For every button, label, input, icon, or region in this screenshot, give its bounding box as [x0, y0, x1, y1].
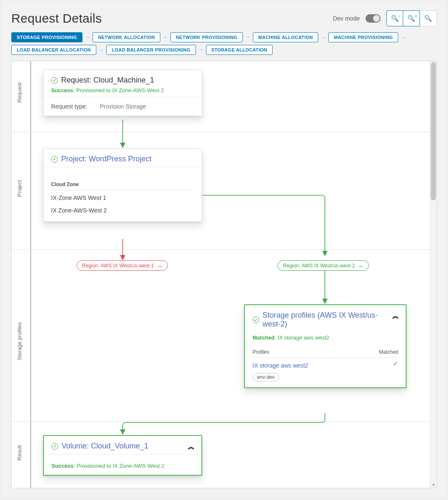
zoom-reset-button[interactable]: 🔍: [420, 10, 437, 26]
dev-mode-label: Dev mode: [333, 15, 360, 22]
project-card-title: Project: WordPress Project: [61, 155, 152, 163]
result-card-title: Volume: Cloud_Volume_1: [62, 442, 148, 451]
chevron-up-icon: ︽: [158, 262, 162, 269]
breadcrumb-separator: →: [99, 47, 104, 53]
magnifier-plus-icon: 🔍+: [407, 15, 415, 22]
page-title: Request Details: [11, 11, 102, 26]
breadcrumb-step[interactable]: NETWORK ALLOCATION: [93, 32, 160, 42]
row-label-result: Result: [16, 449, 23, 461]
project-card[interactable]: ✓ Project: WordPress Project Cloud Zone …: [43, 148, 202, 222]
col-profiles: Profiles: [252, 349, 269, 355]
region-pill-label: Region: AWS IX West/us-west-1: [82, 263, 154, 269]
breadcrumb-separator: →: [245, 34, 250, 40]
cloud-zone-item: IX-Zone AWS West 1: [51, 190, 194, 203]
breadcrumb-separator: →: [401, 34, 406, 40]
matched-pre: Matched: [252, 334, 275, 341]
magnifier-minus-icon: 🔍−: [391, 15, 399, 22]
profile-name: IX storage aws west2: [252, 358, 308, 369]
breadcrumb-step[interactable]: LOAD BALANCER ALLOCATION: [11, 45, 96, 55]
matched-value: IX storage aws west2: [278, 334, 330, 341]
vertical-scrollbar[interactable]: ▾: [430, 61, 436, 488]
breadcrumb-step[interactable]: MACHINE ALLOCATION: [253, 32, 319, 42]
breadcrumb-separator: →: [163, 34, 168, 40]
storage-profiles-card[interactable]: ︽ ✓ Storage profiles (AWS IX West/us-wes…: [244, 304, 407, 388]
breadcrumb-step[interactable]: MACHINE PROVISIONING: [328, 32, 398, 42]
zoom-out-button[interactable]: 🔍−: [386, 10, 403, 26]
breadcrumb-separator: →: [321, 34, 326, 40]
row-label-request: Request: [16, 91, 23, 103]
request-card[interactable]: ✓ Request: Cloud_Machine_1 Success: Prov…: [43, 70, 202, 116]
check-circle-icon: ✓: [51, 77, 58, 84]
breadcrumb-separator: →: [85, 34, 90, 40]
breadcrumb-step[interactable]: NETWORK PROVISIONING: [170, 32, 243, 42]
scroll-down-icon[interactable]: ▾: [431, 483, 435, 487]
request-type-label: Request type:: [51, 103, 87, 110]
cloud-zone-header: Cloud Zone: [51, 181, 194, 190]
result-status-pre: Success: [51, 463, 74, 469]
result-status-msg: Provisioned to IX Zone-AWS-West 2: [77, 463, 165, 469]
row-label-profiles: Storage profiles: [16, 349, 23, 360]
breadcrumb-step[interactable]: STORAGE PROVISIONING: [11, 32, 82, 42]
region-pill-label: Region: AWS IX West/us-west-2: [283, 263, 355, 269]
scrollbar-thumb[interactable]: [431, 62, 436, 200]
request-card-title: Request: Cloud_Machine_1: [61, 76, 154, 85]
request-status-msg: Provisioned to IX Zone-AWS-West 2: [76, 87, 164, 93]
row-label-project: Project: [16, 185, 23, 197]
request-status-pre: Success: [51, 87, 73, 93]
breadcrumb-step[interactable]: STORAGE ALLOCATION: [206, 45, 273, 55]
request-type-value: Provision Storage: [100, 103, 146, 110]
breadcrumb-step[interactable]: LOAD BALANCER PROVISIONING: [106, 45, 196, 55]
result-card[interactable]: ︽ ✓ Volume: Cloud_Volume_1 Success: Prov…: [43, 435, 202, 476]
check-circle-icon: ✓: [51, 156, 58, 163]
provisioning-step-tabs: STORAGE PROVISIONING→NETWORK ALLOCATION→…: [11, 32, 437, 55]
region-us-west-2-pill[interactable]: Region: AWS IX West/us-west-2 ︽: [278, 260, 369, 271]
storage-profiles-title: Storage profiles (AWS IX West/us-west-2): [263, 311, 388, 329]
check-circle-icon: ✓: [252, 316, 259, 323]
col-matched: Matched: [379, 349, 398, 355]
breadcrumb-separator: →: [198, 47, 203, 53]
zoom-in-button[interactable]: 🔍+: [403, 10, 420, 26]
magnifier-icon: 🔍: [424, 15, 432, 22]
dev-mode-toggle[interactable]: [366, 14, 381, 23]
collapse-icon[interactable]: ︽: [392, 312, 399, 321]
check-circle-icon: ✓: [51, 443, 58, 450]
profile-tag: env:dev: [252, 373, 279, 381]
check-icon: ✓: [393, 360, 398, 368]
cloud-zone-item: IX Zone-AWS-West 2: [51, 203, 194, 215]
collapse-icon[interactable]: ︽: [188, 443, 195, 451]
region-us-west-1-pill[interactable]: Region: AWS IX West/us-west-1 ︽: [77, 260, 168, 271]
chevron-up-icon: ︽: [359, 262, 363, 269]
